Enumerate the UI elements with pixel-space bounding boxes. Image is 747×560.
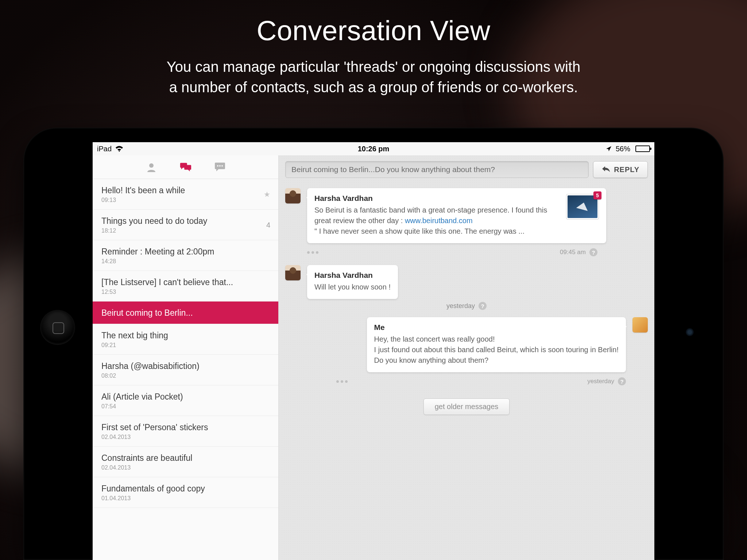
- conversation-pane: Beirut coming to Berlin...Do you know an…: [279, 155, 654, 560]
- thread-item[interactable]: Beirut coming to Berlin...: [93, 302, 278, 324]
- thread-time: 18:12: [101, 228, 270, 234]
- battery-icon: [635, 145, 650, 152]
- carrier-label: iPad: [97, 145, 112, 153]
- sender-name: Harsha Vardhan: [314, 271, 391, 280]
- message-body: Hey, the last concert was really good! I…: [374, 334, 619, 366]
- thread-title: Harsha (@wabisabifiction): [101, 361, 270, 371]
- svg-point-1: [217, 165, 218, 167]
- status-bar: iPad 10:26 pm 56%: [93, 142, 654, 155]
- thread-title: The next big thing: [101, 331, 270, 341]
- sender-name: Me: [374, 323, 619, 332]
- thread-item[interactable]: The next big thing09:21: [93, 324, 278, 355]
- avatar[interactable]: [285, 265, 301, 280]
- more-dots-icon[interactable]: [307, 251, 318, 254]
- message-time: 09:45 am: [560, 249, 586, 256]
- promo-copy: Conversation View You can manage particu…: [0, 15, 747, 97]
- thread-item[interactable]: Ali (Article via Pocket)07:54: [93, 385, 278, 416]
- more-dots-icon[interactable]: [336, 380, 348, 383]
- thread-time: 12:53: [101, 289, 270, 295]
- attachment-thumb[interactable]: 5: [566, 194, 599, 219]
- wifi-icon: [115, 145, 123, 152]
- thread-item[interactable]: Things you need to do today18:124: [93, 210, 278, 240]
- subject-field[interactable]: Beirut coming to Berlin...Do you know an…: [285, 161, 589, 178]
- svg-point-3: [221, 165, 223, 167]
- camera-icon: [686, 328, 694, 336]
- thread-time: 08:02: [101, 373, 270, 379]
- thread-title: Reminder : Meeting at 2:00pm: [101, 247, 270, 257]
- message-row: Me Hey, the last concert was really good…: [285, 317, 648, 372]
- avatar[interactable]: [632, 317, 648, 332]
- thread-time: 14:28: [101, 258, 270, 265]
- message-bubble[interactable]: Harsha Vardhan Will let you know soon !: [307, 265, 398, 299]
- thread-time: 01.04.2013: [101, 495, 270, 502]
- thread-title: First set of 'Persona' stickers: [101, 423, 270, 432]
- older-messages-button[interactable]: get older messages: [423, 398, 510, 415]
- messages-tab-icon[interactable]: [214, 162, 226, 173]
- tabbar: [93, 155, 278, 179]
- thread-item[interactable]: First set of 'Persona' stickers02.04.201…: [93, 416, 278, 447]
- message-link[interactable]: www.beirutband.com: [405, 217, 473, 225]
- thread-item[interactable]: Hello! It's been a while09:13★: [93, 179, 278, 210]
- day-divider: yesterday ?: [285, 302, 648, 310]
- conversations-tab-icon[interactable]: [179, 162, 192, 173]
- help-icon[interactable]: ?: [618, 377, 626, 385]
- ipad-frame: iPad 10:26 pm 56%: [23, 128, 724, 560]
- thread-item[interactable]: Reminder : Meeting at 2:00pm14:28: [93, 240, 278, 271]
- svg-point-2: [219, 165, 221, 167]
- message-row: Harsha Vardhan Will let you know soon !: [285, 265, 648, 299]
- thread-time: 09:13: [101, 197, 270, 203]
- reply-button[interactable]: REPLY: [593, 161, 648, 178]
- message-meta: yesterday ?: [285, 374, 648, 394]
- thread-title: Fundamentals of good copy: [101, 484, 270, 494]
- thread-time: 09:21: [101, 342, 270, 349]
- thread-count-badge: 4: [266, 221, 270, 229]
- location-icon: [605, 145, 612, 152]
- clock: 10:26 pm: [358, 145, 390, 153]
- message-bubble[interactable]: 5 Harsha Vardhan So Beirut is a fantasti…: [307, 188, 606, 243]
- thread-item[interactable]: Constraints are beautiful02.04.2013: [93, 447, 278, 477]
- svg-point-0: [149, 163, 154, 168]
- reply-arrow-icon: [601, 166, 610, 174]
- promo-title: Conversation View: [0, 15, 747, 46]
- thread-time: 02.04.2013: [101, 434, 270, 440]
- thread-title: Beirut coming to Berlin...: [101, 308, 270, 318]
- thread-item[interactable]: Harsha (@wabisabifiction)08:02: [93, 355, 278, 385]
- sender-name: Harsha Vardhan: [314, 194, 599, 203]
- help-icon[interactable]: ?: [589, 248, 597, 256]
- message-body: Will let you know soon !: [314, 282, 391, 292]
- thread-time: 07:54: [101, 403, 270, 410]
- attachment-count-badge: 5: [593, 191, 601, 199]
- thread-title: Hello! It's been a while: [101, 186, 270, 195]
- message-meta: 09:45 am ?: [285, 245, 599, 265]
- battery-percent: 56%: [616, 145, 630, 153]
- thread-title: [The Listserve] I can't believe that...: [101, 277, 270, 287]
- thread-list[interactable]: Hello! It's been a while09:13★Things you…: [93, 179, 278, 560]
- home-button[interactable]: [40, 310, 75, 345]
- screen: iPad 10:26 pm 56%: [93, 142, 654, 560]
- thread-title: Ali (Article via Pocket): [101, 392, 270, 402]
- thread-item[interactable]: [The Listserve] I can't believe that...1…: [93, 271, 278, 302]
- sidebar: Hello! It's been a while09:13★Things you…: [93, 155, 279, 560]
- message-time: yesterday: [587, 378, 614, 385]
- thread-time: 02.04.2013: [101, 464, 270, 471]
- reply-label: REPLY: [614, 166, 639, 174]
- avatar[interactable]: [285, 188, 301, 203]
- help-icon[interactable]: ?: [479, 302, 487, 310]
- message-bubble[interactable]: Me Hey, the last concert was really good…: [367, 317, 626, 372]
- contacts-tab-icon[interactable]: [145, 162, 158, 173]
- thread-item[interactable]: Fundamentals of good copy01.04.2013: [93, 477, 278, 508]
- thread-title: Constraints are beautiful: [101, 453, 270, 463]
- thread-title: Things you need to do today: [101, 216, 270, 226]
- message-body: So Beirut is a fantastic band with a gre…: [314, 205, 599, 237]
- promo-subtitle: You can manage particular 'threads' or o…: [0, 57, 747, 97]
- message-row: 5 Harsha Vardhan So Beirut is a fantasti…: [285, 188, 648, 243]
- star-icon[interactable]: ★: [264, 190, 270, 199]
